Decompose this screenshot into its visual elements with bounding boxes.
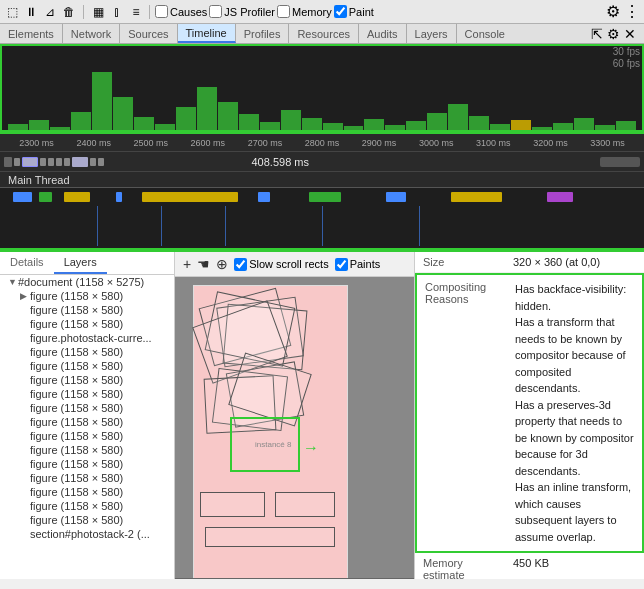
arrow-icon [20, 515, 30, 525]
tab-bar: Elements Network Sources Timeline Profil… [0, 24, 644, 44]
main-toolbar: ⬚ ⏸ ⊿ 🗑 ▦ ⫿ ≡ Causes JS Profiler Memory … [0, 0, 644, 24]
expand-icon[interactable]: ⇱ [591, 26, 603, 42]
tree-item-document[interactable]: ▼ #document (1158 × 5275) [0, 275, 174, 289]
tree-item-figure-14[interactable]: figure (1158 × 580) [0, 485, 174, 499]
tree-item-figure-12[interactable]: figure (1158 × 580) [0, 457, 174, 471]
toolbar-icons: ⬚ ⏸ ⊿ 🗑 ▦ ⫿ ≡ [4, 4, 144, 20]
js-profiler-checkbox[interactable] [209, 5, 222, 18]
chart-icon[interactable]: ⫿ [109, 4, 125, 20]
tree-item-figure-16[interactable]: figure (1158 × 580) [0, 513, 174, 527]
slow-scroll-checkbox[interactable] [234, 258, 247, 271]
tree-item-label: figure (1158 × 580) [30, 290, 123, 302]
memory-checkbox[interactable] [277, 5, 290, 18]
tree-item-figure-4[interactable]: figure (1158 × 580) [0, 345, 174, 359]
tree-item-figure-5[interactable]: figure (1158 × 580) [0, 359, 174, 373]
scroll-btn-7[interactable] [64, 158, 70, 166]
slow-scroll-checkbox-label[interactable]: Slow scroll rects [234, 258, 328, 271]
memory-checkbox-label[interactable]: Memory [277, 5, 332, 18]
separator [83, 5, 84, 19]
tab-details[interactable]: Details [0, 252, 54, 274]
card-bottom-1 [200, 492, 265, 517]
tick-4: 2700 ms [236, 138, 293, 148]
more-icon[interactable]: ⋮ [624, 2, 640, 21]
tree-item-photostack[interactable]: figure.photostack-curre... [0, 331, 174, 345]
paints-checkbox-label[interactable]: Paints [335, 258, 381, 271]
tree-item-figure-13[interactable]: figure (1158 × 580) [0, 471, 174, 485]
js-profiler-label: JS Profiler [224, 6, 275, 18]
tab-layers[interactable]: Layers [407, 24, 457, 43]
arrow-icon [20, 459, 30, 469]
scroll-btn-4[interactable] [40, 158, 46, 166]
causes-checkbox-label[interactable]: Causes [155, 5, 207, 18]
arrow-icon [20, 487, 30, 497]
tree-item-figure-7[interactable]: figure (1158 × 580) [0, 387, 174, 401]
tree-item-label: figure (1158 × 580) [30, 304, 123, 316]
filter-icon[interactable]: ⊿ [42, 4, 58, 20]
tab-timeline[interactable]: Timeline [178, 24, 236, 43]
tab-sources[interactable]: Sources [120, 24, 177, 43]
close-icon[interactable]: ✕ [624, 26, 636, 42]
panel-tabs: Details Layers [0, 252, 174, 275]
move-icon[interactable]: ⊕ [216, 256, 228, 272]
paint-checkbox-label[interactable]: Paint [334, 5, 374, 18]
tree-item-label: figure.photostack-curre... [30, 332, 152, 344]
tree-item-section[interactable]: section#photostack-2 (... [0, 527, 174, 541]
compositing-inner: Compositing Reasons Has backface-visibil… [425, 281, 634, 545]
tree-item-figure-2[interactable]: figure (1158 × 580) [0, 317, 174, 331]
tree-item-figure-11[interactable]: figure (1158 × 580) [0, 443, 174, 457]
separator2 [149, 5, 150, 19]
tree-item-label: #document (1158 × 5275) [18, 276, 144, 288]
memory-value: 450 KB [513, 557, 636, 579]
paints-checkbox[interactable] [335, 258, 348, 271]
pan-icon[interactable]: ☚ [197, 256, 210, 272]
tree-item-figure-1[interactable]: figure (1158 × 580) [0, 303, 174, 317]
tab-profiles[interactable]: Profiles [236, 24, 290, 43]
scroll-btn-6[interactable] [56, 158, 62, 166]
scroll-btn-3[interactable] [22, 157, 38, 167]
bar-chart-icon[interactable]: ▦ [90, 4, 106, 20]
scroll-btn-10[interactable] [98, 158, 104, 166]
pause-icon[interactable]: ⏸ [23, 4, 39, 20]
tab-console[interactable]: Console [457, 24, 513, 43]
causes-label: Causes [170, 6, 207, 18]
causes-checkbox[interactable] [155, 5, 168, 18]
tree-item-figure-9[interactable]: figure (1158 × 580) [0, 415, 174, 429]
tree-item-figure-6[interactable]: figure (1158 × 580) [0, 373, 174, 387]
time-axis: 2300 ms 2400 ms 2500 ms 2600 ms 2700 ms … [0, 134, 644, 152]
tab-elements[interactable]: Elements [0, 24, 63, 43]
canvas-drawing-area[interactable]: instancé 8 → [175, 277, 414, 578]
settings2-icon[interactable]: ⚙ [607, 26, 620, 42]
scrollbar-area[interactable]: 408.598 ms [0, 152, 644, 172]
tree-item-label: figure (1158 × 580) [30, 486, 123, 498]
trash-icon[interactable]: 🗑 [61, 4, 77, 20]
js-profiler-checkbox-label[interactable]: JS Profiler [209, 5, 275, 18]
scroll-btn-9[interactable] [90, 158, 96, 166]
bottom-panel: Details Layers ▼ #document (1158 × 5275)… [0, 252, 644, 579]
tree-content[interactable]: ▼ #document (1158 × 5275) ▶ figure (1158… [0, 275, 174, 579]
tree-item-label: figure (1158 × 580) [30, 346, 123, 358]
tab-resources[interactable]: Resources [289, 24, 359, 43]
scroll-left-btn[interactable] [4, 157, 12, 167]
tab-layers[interactable]: Layers [54, 252, 107, 274]
layer-label: instancé 8 [255, 440, 291, 449]
scroll-right-bar[interactable] [600, 157, 640, 167]
tree-item-figure-8[interactable]: figure (1158 × 580) [0, 401, 174, 415]
tree-item-figure-0[interactable]: ▶ figure (1158 × 580) [0, 289, 174, 303]
tab-audits[interactable]: Audits [359, 24, 407, 43]
inspect-icon[interactable]: ⬚ [4, 4, 20, 20]
tree-panel: Details Layers ▼ #document (1158 × 5275)… [0, 252, 175, 579]
scroll-btn-2[interactable] [14, 158, 20, 166]
arrow-icon [20, 375, 30, 385]
paint-checkbox[interactable] [334, 5, 347, 18]
tab-network[interactable]: Network [63, 24, 120, 43]
settings-icon[interactable]: ⚙ [606, 2, 620, 21]
flame-icon[interactable]: ≡ [128, 4, 144, 20]
scroll-btn-5[interactable] [48, 158, 54, 166]
scroll-btn-8[interactable] [72, 157, 88, 167]
tree-item-figure-15[interactable]: figure (1158 × 580) [0, 499, 174, 513]
tick-2: 2500 ms [122, 138, 179, 148]
arrow-icon [20, 431, 30, 441]
add-icon[interactable]: + [183, 256, 191, 272]
tree-item-figure-10[interactable]: figure (1158 × 580) [0, 429, 174, 443]
memory-label: Memory [292, 6, 332, 18]
